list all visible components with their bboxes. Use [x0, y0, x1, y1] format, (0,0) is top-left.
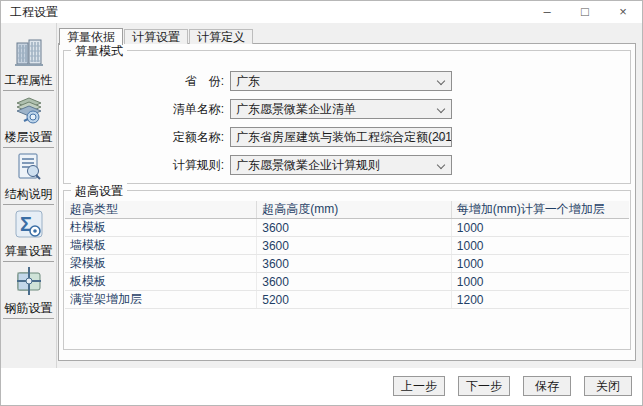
- titlebar: 工程设置 – □ ×: [1, 1, 642, 23]
- overheight-group: 超高设置 超高类型 超高高度(mm) 每增加(mm)计算一个增加层: [63, 190, 631, 350]
- window-title: 工程设置: [10, 1, 58, 23]
- calc-rule-label: 计算规则:: [64, 157, 224, 174]
- province-select[interactable]: 广东: [230, 71, 452, 91]
- project-settings-dialog: 工程设置 – □ × 工程属性: [0, 0, 643, 406]
- tab-calculation-settings[interactable]: 计算设置: [124, 29, 188, 44]
- form-row-quota-name: 定额名称: 广东省房屋建筑与装饰工程综合定额(2018): [64, 127, 630, 147]
- table-row[interactable]: 墙模板 3600 1000: [65, 237, 629, 255]
- main-area: 算量依据 计算设置 计算定义 算量模式 省 份: 广东: [58, 27, 636, 361]
- maximize-button[interactable]: □: [566, 1, 604, 23]
- close-button[interactable]: 关闭: [584, 376, 632, 396]
- table-row[interactable]: 梁模板 3600 1000: [65, 255, 629, 273]
- sigma-icon: Σ: [12, 207, 46, 241]
- footer-button-bar: 上一步 下一步 保存 关闭: [1, 368, 642, 405]
- form-row-list-name: 清单名称: 广东愿景微業企业清单: [64, 99, 630, 119]
- previous-step-button[interactable]: 上一步: [393, 376, 445, 396]
- list-name-label: 清单名称:: [64, 101, 224, 118]
- list-name-select[interactable]: 广东愿景微業企业清单: [230, 99, 452, 119]
- sidebar-item-quantity-settings[interactable]: Σ 算量设置: [1, 205, 56, 261]
- sidebar-item-label: 楼层设置: [5, 129, 53, 146]
- chevron-down-icon: [437, 161, 445, 169]
- cell-increment[interactable]: 1200: [451, 291, 629, 309]
- province-value: 广东: [236, 73, 260, 90]
- table-row[interactable]: 满堂架增加层 5200 1200: [65, 291, 629, 309]
- sidebar-item-label: 工程属性: [5, 72, 53, 89]
- group-title: 超高设置: [71, 183, 127, 200]
- sidebar-item-rebar-settings[interactable]: 钢筋设置: [1, 262, 56, 318]
- tab-quantity-basis[interactable]: 算量依据: [59, 28, 123, 45]
- save-button[interactable]: 保存: [523, 376, 571, 396]
- close-window-button[interactable]: ×: [604, 1, 642, 23]
- sidebar-item-label: 钢筋设置: [5, 300, 53, 317]
- cell-height[interactable]: 3600: [257, 219, 452, 237]
- window-controls: – □ ×: [528, 1, 642, 23]
- chevron-down-icon: [437, 77, 445, 85]
- calc-rule-select[interactable]: 广东愿景微業企业计算规则: [230, 155, 452, 175]
- table-header-row: 超高类型 超高高度(mm) 每增加(mm)计算一个增加层: [65, 201, 629, 219]
- quota-name-label: 定额名称:: [64, 129, 224, 146]
- cell-height[interactable]: 3600: [257, 237, 452, 255]
- sidebar-item-label: 算量设置: [5, 243, 53, 260]
- sidebar-item-floor-settings[interactable]: 楼层设置: [1, 91, 56, 147]
- overheight-table: 超高类型 超高高度(mm) 每增加(mm)计算一个增加层 柱模板 3600 10…: [65, 201, 629, 309]
- sidebar-item-label: 结构说明: [5, 186, 53, 203]
- minimize-button[interactable]: –: [528, 1, 566, 23]
- cell-increment[interactable]: 1000: [451, 219, 629, 237]
- cell-type: 满堂架增加层: [65, 291, 257, 309]
- quota-name-value: 广东省房屋建筑与装饰工程综合定额(2018): [236, 129, 452, 146]
- building-icon: [12, 36, 46, 70]
- cell-type: 墙模板: [65, 237, 257, 255]
- floors-icon: [12, 93, 46, 127]
- cell-type: 柱模板: [65, 219, 257, 237]
- rebar-icon: [12, 264, 46, 298]
- form-row-province: 省 份: 广东: [64, 71, 630, 91]
- cell-increment[interactable]: 1000: [451, 237, 629, 255]
- cell-height[interactable]: 5200: [257, 291, 452, 309]
- sidebar-item-structure-notes[interactable]: 结构说明: [1, 148, 56, 204]
- cell-height[interactable]: 3600: [257, 273, 452, 291]
- province-label: 省 份:: [64, 73, 224, 90]
- document-icon: [12, 150, 46, 184]
- col-header-height: 超高高度(mm): [257, 201, 452, 219]
- col-header-increment: 每增加(mm)计算一个增加层: [451, 201, 629, 219]
- sidebar: 工程属性 楼层设置: [1, 23, 57, 369]
- table-row[interactable]: 柱模板 3600 1000: [65, 219, 629, 237]
- dialog-body: 工程属性 楼层设置: [1, 23, 642, 370]
- list-name-value: 广东愿景微業企业清单: [236, 101, 356, 118]
- cell-increment[interactable]: 1000: [451, 273, 629, 291]
- sidebar-item-project-properties[interactable]: 工程属性: [1, 34, 56, 90]
- col-header-type: 超高类型: [65, 201, 257, 219]
- quota-name-select[interactable]: 广东省房屋建筑与装饰工程综合定额(2018): [230, 127, 452, 147]
- next-step-button[interactable]: 下一步: [458, 376, 510, 396]
- calc-rule-value: 广东愿景微業企业计算规则: [236, 157, 380, 174]
- cell-type: 梁模板: [65, 255, 257, 273]
- cell-type: 板模板: [65, 273, 257, 291]
- tab-strip: 算量依据 计算设置 计算定义: [59, 27, 254, 44]
- sidebar-divider: [3, 318, 54, 319]
- table-row[interactable]: 板模板 3600 1000: [65, 273, 629, 291]
- cell-increment[interactable]: 1000: [451, 255, 629, 273]
- tab-panel: 算量模式 省 份: 广东 清单名称: 广东愿景微業企业清单: [58, 43, 636, 361]
- cell-height[interactable]: 3600: [257, 255, 452, 273]
- form-row-calc-rule: 计算规则: 广东愿景微業企业计算规则: [64, 155, 630, 175]
- group-title: 算量模式: [71, 43, 127, 60]
- tab-calculation-definition[interactable]: 计算定义: [189, 29, 253, 44]
- chevron-down-icon: [437, 105, 445, 113]
- quantity-mode-group: 算量模式 省 份: 广东 清单名称: 广东愿景微業企业清单: [63, 50, 631, 184]
